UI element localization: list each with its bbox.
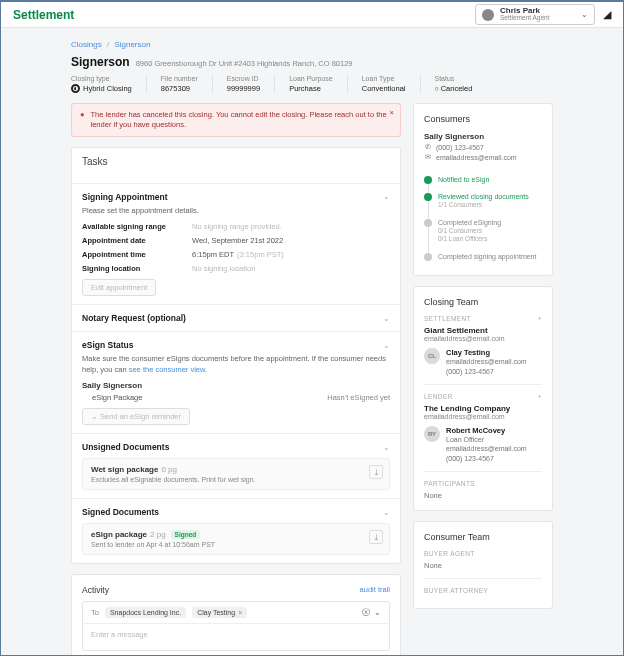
recipient-chip: Snapdocs Lending Inc. — [105, 607, 186, 618]
timeline-dot-icon — [424, 176, 432, 184]
chevron-down-icon: ⌄ — [581, 10, 588, 19]
closing-address: 8960 Greensborough Dr Unit #2403 Highlan… — [136, 59, 353, 68]
download-icon[interactable]: ⤓ — [369, 530, 383, 544]
message-input[interactable]: Enter a message — [83, 624, 389, 650]
avatar-icon: CL — [424, 348, 440, 364]
hybrid-icon — [71, 84, 80, 93]
chevron-down-icon: ⌄ — [383, 314, 390, 323]
remove-chip-icon[interactable]: × — [238, 609, 242, 616]
chevron-down-icon: ⌄ — [383, 341, 390, 350]
unsigned-documents-section: Unsigned Documents⌄ Wet sign package0 pg… — [72, 433, 400, 498]
recipient-chip: Clay Testing× — [192, 607, 247, 618]
team-person: CL Clay Testingemailaddress@email.com(00… — [424, 348, 542, 376]
email-icon: ✉ — [424, 153, 432, 161]
activity-card: Activityaudit trail To Snapdocs Lending … — [71, 574, 401, 656]
error-icon: ● — [80, 110, 85, 130]
esign-status-section: eSign Status⌄ Make sure the consumer eSi… — [72, 331, 400, 433]
team-person: RY Robert McCoveyLoan Officeremailaddres… — [424, 426, 542, 463]
close-icon[interactable]: × — [390, 108, 394, 118]
timeline-dot-icon — [424, 193, 432, 201]
consumer-team-card: Consumer Team BUYER AGENT None BUYER ATT… — [413, 521, 553, 609]
user-menu[interactable]: Chris Park Settlement Agent ⌄ — [475, 4, 595, 25]
consumer-view-link[interactable]: see the consumer view — [129, 365, 205, 374]
chevron-down-icon: ⌄ — [383, 443, 390, 452]
timeline-step: Completed signing appointment — [424, 248, 542, 265]
page-title: Signerson — [71, 55, 130, 69]
signed-documents-section: Signed Documents⌄ eSign package2 pgSigne… — [72, 498, 400, 563]
timeline-step: Reviewed closing documents1/1 Consumers — [424, 188, 542, 214]
chevron-down-icon: ⌄ — [383, 508, 390, 517]
audit-trail-link[interactable]: audit trail — [360, 585, 390, 595]
tasks-card: Tasks Signing Appointment⌄ Please set th… — [71, 147, 401, 565]
timeline-step: Completed eSigning0/1 Consumers0/1 Loan … — [424, 214, 542, 248]
edit-appointment-button: Edit appointment — [82, 279, 156, 296]
signed-badge: Signed — [171, 530, 201, 539]
breadcrumb-closings[interactable]: Closings — [71, 40, 102, 49]
send-esign-reminder-button: ⌄ Send an eSign reminder — [82, 408, 190, 425]
signing-appointment-section: Signing Appointment⌄ Please set the appo… — [72, 183, 400, 305]
clear-recipients-icon[interactable]: ⓧ — [362, 608, 370, 618]
chevron-down-icon: ⌄ — [383, 192, 390, 201]
closing-meta: Closing typeHybrid Closing File number86… — [71, 75, 553, 93]
consumers-card: Consumers Sally Signerson ✆(000) 123-456… — [413, 103, 553, 276]
notifications-icon[interactable]: ◢ — [603, 8, 611, 21]
chevron-down-icon[interactable]: ⌄ — [374, 608, 381, 618]
canceled-alert: ● The lender has canceled this closing. … — [71, 103, 401, 137]
wet-sign-package: Wet sign package0 pg Excludes all eSigna… — [82, 458, 390, 490]
closing-team-card: Closing Team SETTLEMENT+ Giant Settlemen… — [413, 286, 553, 511]
status-badge: Canceled — [435, 84, 473, 93]
download-icon[interactable]: ⤓ — [369, 465, 383, 479]
brand-logo[interactable]: Settlement — [13, 8, 74, 22]
breadcrumb-current: Signerson — [114, 40, 150, 49]
app-header: Settlement Chris Park Settlement Agent ⌄… — [1, 2, 623, 28]
phone-icon: ✆ — [424, 143, 432, 151]
add-icon[interactable]: + — [538, 393, 542, 400]
avatar-icon: RY — [424, 426, 440, 442]
notary-request-section: Notary Request (optional)⌄ — [72, 304, 400, 331]
add-icon[interactable]: + — [538, 315, 542, 322]
timeline-dot-icon — [424, 219, 432, 227]
timeline-step: Notified to eSign — [424, 171, 542, 188]
breadcrumb: Closings / Signerson — [71, 36, 553, 53]
user-role: Settlement Agent — [500, 15, 550, 22]
esign-package: eSign package2 pgSigned Sent to lender o… — [82, 523, 390, 555]
avatar-icon — [482, 9, 494, 21]
timeline-dot-icon — [424, 253, 432, 261]
